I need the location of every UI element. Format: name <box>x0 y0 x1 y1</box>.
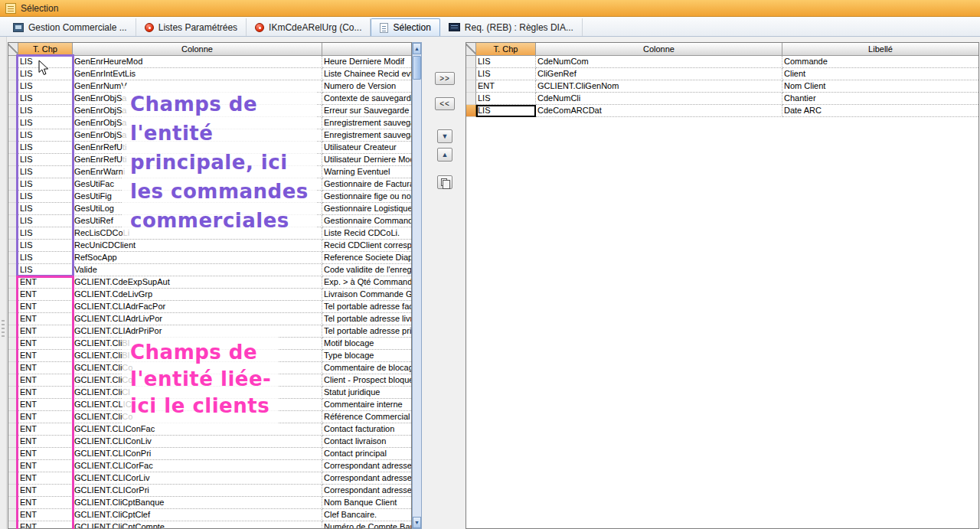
cell-colonne[interactable]: GesUtiFac <box>73 178 322 191</box>
cell-tchp[interactable]: ENT <box>18 276 73 289</box>
row-selector[interactable] <box>8 276 18 289</box>
cell-colonne[interactable]: GCLIENT.CdeExpSupAut <box>73 276 322 289</box>
cell-tchp[interactable]: ENT <box>18 325 73 338</box>
cell-tchp[interactable]: ENT <box>18 460 73 472</box>
table-row[interactable]: ENTGCLIENT.CliCoCommentaire de blocag <box>8 362 411 374</box>
cell-tchp[interactable]: ENT <box>18 497 73 509</box>
vertical-scrollbar[interactable]: ▲ ▼ <box>412 42 422 529</box>
cell-colonne[interactable]: GCLIENT.CLIAdrLivPor <box>73 313 322 325</box>
row-selector[interactable] <box>8 56 18 68</box>
tab-gestion-commerciale[interactable]: Gestion Commerciale ... <box>5 18 136 36</box>
left-splitter[interactable] <box>0 37 7 529</box>
cell-libelle[interactable]: Commande <box>782 56 978 68</box>
row-selector[interactable] <box>8 191 18 203</box>
cell-colonne[interactable]: CdeComARCDat <box>536 105 782 117</box>
cell-tchp[interactable]: LIS <box>18 178 73 191</box>
cell-tchp[interactable]: LIS <box>18 142 73 154</box>
row-selector[interactable] <box>8 325 18 338</box>
cell-tchp[interactable]: LIS <box>18 117 73 129</box>
cell-tchp[interactable]: ENT <box>18 509 73 521</box>
table-row[interactable]: LISGesUtiFacGestionnaire de Factura <box>8 178 411 191</box>
cell-libelle[interactable]: Tel portable adresse livr <box>322 313 411 325</box>
cell-libelle[interactable]: Gestionnaire Logistique <box>322 203 411 215</box>
row-selector[interactable] <box>8 289 18 301</box>
row-selector[interactable] <box>8 521 18 529</box>
cell-tchp[interactable]: LIS <box>18 68 73 80</box>
table-row[interactable]: ENTGCLIENT.CLIAdrLivPorTel portable adre… <box>8 313 411 325</box>
move-down-button[interactable]: ▼ <box>437 129 452 143</box>
move-left-button[interactable]: << <box>435 97 455 110</box>
cell-tchp[interactable]: LIS <box>18 105 73 117</box>
cell-colonne[interactable]: GCLIENT.CLIConLiv <box>73 436 322 448</box>
table-row[interactable]: ENTGCLIENT.CliCptBanqueNom Banque Client <box>8 497 411 509</box>
cell-colonne[interactable]: GenEnrHeureMod <box>73 56 322 68</box>
table-row[interactable]: LISCdeComARCDatDate ARC <box>466 105 978 117</box>
cell-colonne[interactable]: GCLIENT.CliBl <box>73 338 322 350</box>
table-row[interactable]: LISRecLisCDCoLiListe Recid CDCoLi. <box>8 227 411 240</box>
cell-tchp[interactable]: LIS <box>476 68 536 80</box>
row-selector[interactable] <box>466 56 476 68</box>
cell-tchp[interactable]: LIS <box>18 264 73 276</box>
move-up-button[interactable]: ▲ <box>437 148 452 162</box>
row-selector[interactable] <box>8 387 18 399</box>
cell-tchp[interactable]: LIS <box>18 154 73 166</box>
cell-colonne[interactable]: GCLIENT.CLIConPri <box>73 448 322 460</box>
cell-libelle[interactable]: Erreur sur Sauvegarde d <box>322 105 411 117</box>
move-right-button[interactable]: >> <box>435 72 455 85</box>
cell-tchp[interactable]: LIS <box>18 93 73 105</box>
cell-tchp[interactable]: ENT <box>18 313 73 325</box>
row-selector[interactable] <box>8 350 18 362</box>
cell-tchp[interactable]: ENT <box>18 301 73 313</box>
table-row[interactable]: ENTGCLIENT.CLICorFacCorrespondant adress… <box>8 460 411 472</box>
cell-libelle[interactable]: Warning Eventuel <box>322 166 411 178</box>
row-selector[interactable] <box>8 142 18 154</box>
cell-tchp[interactable]: ENT <box>18 485 73 497</box>
cell-colonne[interactable]: GenEnrObjSa <box>73 129 322 142</box>
cell-tchp[interactable]: ENT <box>18 423 73 436</box>
cell-colonne[interactable]: GCLIENT.CliCptCompte <box>73 521 322 529</box>
cell-colonne[interactable]: GCLIENT.CliCptBanque <box>73 497 322 509</box>
table-row[interactable]: ENTGCLIENT.CliCptCompteNuméro de Compte … <box>8 521 411 529</box>
cell-libelle[interactable]: Commentaire de blocag <box>322 362 411 374</box>
cell-colonne[interactable]: GCLIENT.CliBl <box>73 350 322 362</box>
table-row[interactable]: ENTGCLIENT.CliCptClefClef Bancaire. <box>8 509 411 521</box>
cell-colonne[interactable]: GCLIENT.CliCo <box>73 374 322 387</box>
cell-libelle[interactable]: Contact principal <box>322 448 411 460</box>
cell-libelle[interactable]: Référence Commercial <box>322 411 411 423</box>
table-row[interactable]: LISCliGenRefClient <box>466 68 978 80</box>
cell-libelle[interactable]: Exp. > à Qté Commandé <box>322 276 411 289</box>
cell-libelle[interactable]: Numero de Version <box>322 80 411 93</box>
row-selector[interactable] <box>8 411 18 423</box>
cell-tchp[interactable]: ENT <box>476 80 536 93</box>
row-selector[interactable] <box>8 252 18 264</box>
table-row[interactable]: ENTGCLIENT.CLICorLivCorrespondant adress… <box>8 472 411 485</box>
scroll-down-icon[interactable]: ▼ <box>413 517 421 528</box>
cell-libelle[interactable]: Code validite de l'enregi <box>322 264 411 276</box>
cell-colonne[interactable]: GCLIENT.CLIAdrFacPor <box>73 301 322 313</box>
cell-colonne[interactable]: GesUtiLog <box>73 203 322 215</box>
cell-tchp[interactable]: LIS <box>18 129 73 142</box>
cell-tchp[interactable]: ENT <box>18 521 73 529</box>
scroll-up-icon[interactable]: ▲ <box>413 43 421 54</box>
cell-libelle[interactable]: Heure Derniere Modif <box>322 56 411 68</box>
cell-libelle[interactable]: Recid CDClient correspo <box>322 240 411 252</box>
cell-libelle[interactable]: Enregistrement sauvega <box>322 117 411 129</box>
cell-colonne[interactable]: GenEnrRefUti <box>73 142 322 154</box>
cell-colonne[interactable]: GCLIENT.CLIConFac <box>73 423 322 436</box>
row-selector[interactable] <box>8 448 18 460</box>
corner-select-all-cell[interactable] <box>466 43 476 56</box>
tab-s-lection[interactable]: Sélection <box>371 18 439 36</box>
column-header-libelle[interactable] <box>322 43 411 56</box>
cell-colonne[interactable]: GCLIENT.CLICorLiv <box>73 472 322 485</box>
table-row[interactable]: LISGesUtiLogGestionnaire Logistique <box>8 203 411 215</box>
cell-libelle[interactable]: Correspondant adresse <box>322 460 411 472</box>
cell-colonne[interactable]: GCLIENT.CLICorPri <box>73 485 322 497</box>
row-selector[interactable] <box>8 497 18 509</box>
table-row[interactable]: LISValideCode validite de l'enregi <box>8 264 411 276</box>
cell-tchp[interactable]: LIS <box>18 56 73 68</box>
table-row[interactable]: ENTGCLIENT.CLIConPriContact principal <box>8 448 411 460</box>
cell-libelle[interactable]: Contact facturation <box>322 423 411 436</box>
row-selector[interactable] <box>8 436 18 448</box>
cell-tchp[interactable]: ENT <box>18 448 73 460</box>
cell-tchp[interactable]: ENT <box>18 472 73 485</box>
